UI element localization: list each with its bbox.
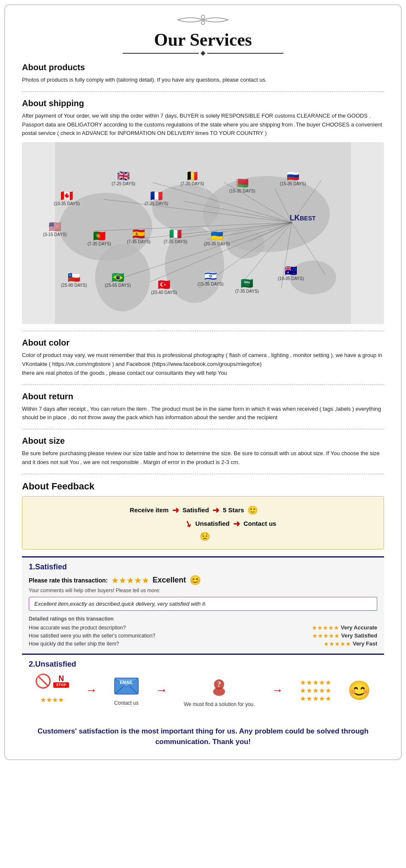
rating-q2: How satisfied were you with the seller's… — [29, 633, 155, 639]
rating-row-2: How satisfied were you with the seller's… — [29, 632, 377, 639]
flag-uk: 🇬🇧 (7-25 DAYS) — [112, 171, 135, 186]
no-icons: 🚫 N STOP ★★★★ — [35, 674, 69, 705]
feedback-box: Receive item ➜ Satisfied ➜ 5 Stars 🙂 ↘ U… — [22, 496, 384, 549]
section-products: About products Photos of products is ful… — [22, 63, 384, 85]
color-title: About color — [22, 338, 384, 348]
flag-chile: 🇨🇱 (25-90 DAYS) — [61, 272, 87, 288]
section-unsatisfied: 2.Unsatisfied 🚫 N STOP ★★★★ — [22, 654, 384, 719]
bottom-message-text: Customers' satisfaction is the most impo… — [38, 727, 369, 746]
flag-canada: 🇨🇦 (10-35 DAYS) — [54, 191, 80, 206]
divider-4 — [22, 429, 384, 429]
shipping-body: After payment of Your order, we will shi… — [22, 112, 384, 138]
helper-text: Your comments will help other buyers! Pl… — [29, 588, 377, 593]
satisfied-label: Satisfied — [183, 506, 209, 514]
divider-3 — [22, 385, 384, 385]
unsat-no-item: 🚫 N STOP ★★★★ — [35, 674, 69, 706]
return-body: Within 7 days after receipt , You can re… — [22, 405, 384, 423]
unsatisfied-label: Unsatisfied — [195, 520, 230, 527]
rating-q3: How quickly did the seller ship the item… — [29, 641, 119, 647]
section-satisfied: 1.Satisfied Please rate this transaction… — [22, 556, 384, 654]
unsat-stars: ★★★★★ ★★★★★ ★★★★★ — [300, 678, 332, 703]
flag-belarus: 🇧🇾 (15-35 DAYS) — [229, 178, 255, 193]
arrow-2: ➜ — [212, 505, 219, 515]
flag-saudi: 🇸🇦 (7-35 DAYS) — [235, 278, 259, 294]
rating-result-3: ★★★★★ Very Fast — [324, 640, 377, 647]
world-map-svg: LK BEST — [22, 142, 384, 324]
flag-turkey: 🇹🇷 (20-40 DAYS) — [151, 280, 177, 295]
result-stars-3: ★★★★★ — [300, 695, 332, 703]
shipping-title: About shipping — [22, 99, 384, 108]
unsat-stars-item: ★★★★★ ★★★★★ ★★★★★ — [300, 678, 332, 703]
solution-label: We must find a solution for you. — [184, 701, 255, 707]
section-feedback: About Feedback Receive item ➜ Satisfied … — [22, 481, 384, 549]
rating-label-3: Very Fast — [353, 640, 377, 647]
header-decoration — [22, 14, 384, 28]
section-return: About return Within 7 days after receipt… — [22, 392, 384, 423]
rating-stars-1: ★★★★★ — [312, 624, 339, 631]
unsat-arrow-3: → — [272, 684, 283, 697]
unsat-smiley: 😊 — [348, 679, 371, 701]
unsat-arrow-1: → — [85, 684, 97, 697]
svg-point-0 — [201, 15, 205, 19]
question-svg: ? — [208, 674, 231, 697]
stars-label: 5 Stars — [223, 506, 244, 514]
rating-row-3: How quickly did the seller ship the item… — [29, 640, 377, 647]
flag-usa: 🇺🇸 (3-15 DAYS) — [43, 222, 67, 237]
flag-australia: 🇦🇺 (10-35 DAYS) — [278, 266, 304, 281]
flag-brazil: 🇧🇷 (25-65 DAYS) — [105, 272, 131, 288]
color-body: Color of product may vary, we must remem… — [22, 351, 384, 377]
section-shipping: About shipping After payment of Your ord… — [22, 99, 384, 324]
svg-text:LK: LK — [290, 214, 300, 222]
email-svg: EMAIL — [114, 675, 139, 696]
rating-stars: ★★★★★ — [111, 575, 149, 585]
arrow-4: ➜ — [233, 519, 240, 529]
divider-2 — [22, 331, 384, 331]
bottom-message: Customers' satisfaction is the most impo… — [22, 719, 384, 751]
sad-emoji: 😟 — [200, 532, 210, 541]
section-size: About size Be sure before purchasing ple… — [22, 436, 384, 467]
flag-russia: 🇷🇺 (15-35 DAYS) — [280, 171, 306, 186]
rating-result-1: ★★★★★ Very Accurate — [312, 624, 377, 631]
products-title: About products — [22, 63, 384, 72]
arrow-1: ➜ — [172, 505, 179, 515]
page-title: Our Services — [22, 30, 384, 50]
size-title: About size — [22, 436, 384, 446]
satisfied-number: 1.Satisfied — [29, 563, 377, 571]
result-stars-1: ★★★★★ — [300, 678, 332, 687]
divider-1 — [22, 91, 384, 92]
svg-text:EMAIL: EMAIL — [120, 680, 133, 685]
feedback-unsatisfied-row: ↘ Unsatisfied ➜ Contact us — [185, 519, 276, 529]
arrow-3: ↘ — [183, 518, 193, 530]
excellent-emoji: 😊 — [189, 575, 201, 586]
rating-q1: How accurate was the product description… — [29, 625, 126, 631]
contact-us-label: Contact us — [114, 700, 138, 706]
size-body: Be sure before purchasing please review … — [22, 449, 384, 467]
flag-portugal: 🇵🇹 (7-35 DAYS) — [88, 231, 111, 246]
unsat-question-item: ? We must find a solution for you. — [184, 674, 255, 707]
rating-label-2: Very Satisfied — [341, 632, 377, 639]
flag-israel: 🇮🇱 (15-35 DAYS) — [198, 271, 224, 286]
flag-france: 🇫🇷 (7-35 DAYS) — [145, 191, 168, 206]
flag-ukraine: 🇺🇦 (20-35 DAYS) — [204, 231, 230, 246]
question-icon-area: ? — [208, 674, 231, 700]
example-text: Excellent item,exactly as described,quic… — [34, 601, 206, 607]
result-stars-2: ★★★★★ — [300, 687, 332, 695]
flag-italy: 🇮🇹 (7-35 DAYS) — [164, 229, 187, 244]
return-title: About return — [22, 392, 384, 401]
unsatisfied-number: 2.Unsatisfied — [29, 660, 377, 669]
title-underline — [22, 52, 384, 55]
rating-label-1: Very Accurate — [341, 624, 377, 631]
svg-point-1 — [201, 21, 205, 25]
svg-text:BEST: BEST — [300, 215, 316, 222]
rate-label: Please rate this transaction: — [29, 577, 108, 584]
unsat-email-item: EMAIL Contact us — [114, 675, 139, 706]
example-text-box: Excellent item,exactly as described,quic… — [29, 597, 377, 611]
happy-emoji: 🙂 — [247, 505, 258, 515]
unsat-arrow-2: → — [156, 684, 167, 697]
divider-5 — [22, 474, 384, 474]
unsatisfied-flow: 🚫 N STOP ★★★★ → — [29, 674, 377, 707]
email-icon-area: EMAIL — [114, 675, 139, 698]
flag-spain: 🇪🇸 (7-35 DAYS) — [127, 229, 151, 244]
feedback-title: About Feedback — [22, 481, 384, 492]
contact-label: Contact us — [244, 520, 277, 527]
